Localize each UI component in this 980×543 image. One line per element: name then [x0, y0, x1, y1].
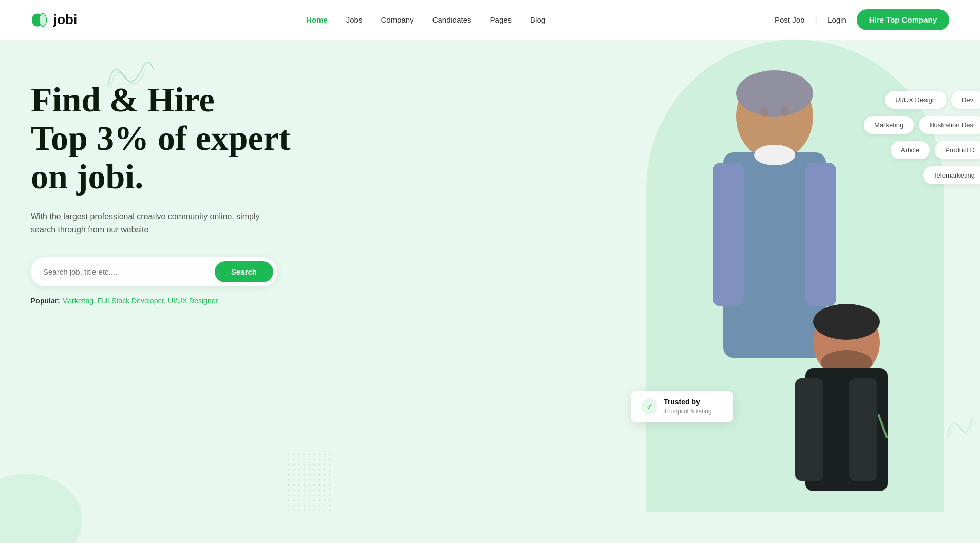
svg-rect-3 [288, 453, 334, 515]
deco-grid-icon [288, 453, 334, 515]
popular-text: Popular: Marketing, Full-Stack Developer… [31, 297, 291, 305]
tag-row-2: Marketing Illustration Desi [864, 116, 980, 134]
trusted-text: Trusted by Trustpilot & rating [664, 398, 712, 415]
login-link[interactable]: Login [827, 15, 846, 24]
svg-rect-16 [795, 378, 823, 481]
search-button[interactable]: Search [215, 261, 273, 282]
hire-top-button[interactable]: Hire Top Company [857, 9, 949, 30]
nav-blog[interactable]: Blog [530, 15, 545, 24]
svg-rect-10 [805, 163, 836, 306]
nav-home[interactable]: Home [306, 15, 328, 24]
svg-point-1 [39, 13, 46, 26]
logo-text: jobi [53, 12, 77, 28]
tag-illustration[interactable]: Illustration Desi [919, 116, 980, 134]
svg-point-13 [813, 304, 880, 340]
trusted-subtitle: Trustpilot & rating [664, 408, 712, 415]
hero-image-area: ✓ Trusted by Trustpilot & rating UI/UX D… [620, 40, 980, 543]
hero-content: Find & Hire Top 3% of expert on jobi. Wi… [0, 40, 322, 305]
navbar: jobi Home Jobs Company Candidates Pages … [0, 0, 980, 40]
tag-row-3: Article Product D [864, 141, 980, 159]
tag-row-1: UI/UX Design Devi [864, 91, 980, 109]
tag-article[interactable]: Article [891, 141, 930, 159]
search-bar: Search [31, 257, 277, 286]
svg-rect-17 [849, 378, 877, 481]
svg-point-5 [736, 70, 813, 117]
svg-point-11 [754, 145, 795, 165]
nav-jobs[interactable]: Jobs [346, 15, 363, 24]
svg-point-7 [781, 106, 789, 117]
nav-links: Home Jobs Company Candidates Pages Blog [306, 15, 545, 25]
nav-company[interactable]: Company [381, 15, 413, 24]
hero-title-line2: Top 3% of expert [31, 119, 291, 158]
svg-rect-9 [713, 163, 744, 306]
popular-fullstack[interactable]: Full-Stack Developer [98, 297, 164, 305]
deco-blob [0, 474, 82, 543]
category-tags: UI/UX Design Devi Marketing Illustration… [864, 91, 980, 184]
nav-pages[interactable]: Pages [490, 15, 512, 24]
hero-subtitle: With the largest professional creative c… [31, 210, 267, 236]
trusted-check-icon: ✓ [641, 398, 657, 415]
tag-row-4: Telemarketing [864, 166, 980, 184]
logo[interactable]: jobi [31, 11, 77, 29]
tag-product[interactable]: Product D [935, 141, 980, 159]
tag-marketing[interactable]: Marketing [864, 116, 914, 134]
trusted-badge: ✓ Trusted by Trustpilot & rating [631, 391, 733, 422]
nav-divider: | [815, 14, 817, 25]
popular-uiux[interactable]: UI/UX Designer [168, 297, 218, 305]
hero-title-line3: on jobi. [31, 157, 143, 196]
search-input[interactable] [43, 267, 215, 276]
nav-right: Post Job | Login Hire Top Company [775, 9, 949, 30]
popular-label: Popular: [31, 297, 60, 305]
tag-telemarketing[interactable]: Telemarketing [923, 166, 980, 184]
hero-title: Find & Hire Top 3% of expert on jobi. [31, 81, 291, 196]
post-job-link[interactable]: Post Job [775, 15, 804, 24]
popular-marketing[interactable]: Marketing [62, 297, 93, 305]
tag-uiux[interactable]: UI/UX Design [885, 91, 946, 109]
hero-title-line1: Find & Hire [31, 80, 215, 119]
tag-dev[interactable]: Devi [951, 91, 980, 109]
deco-squiggle-right-icon [944, 412, 975, 443]
nav-candidates[interactable]: Candidates [432, 15, 472, 24]
svg-point-6 [760, 106, 768, 117]
hero-section: Find & Hire Top 3% of expert on jobi. Wi… [0, 40, 980, 543]
trusted-title: Trusted by [664, 398, 712, 406]
